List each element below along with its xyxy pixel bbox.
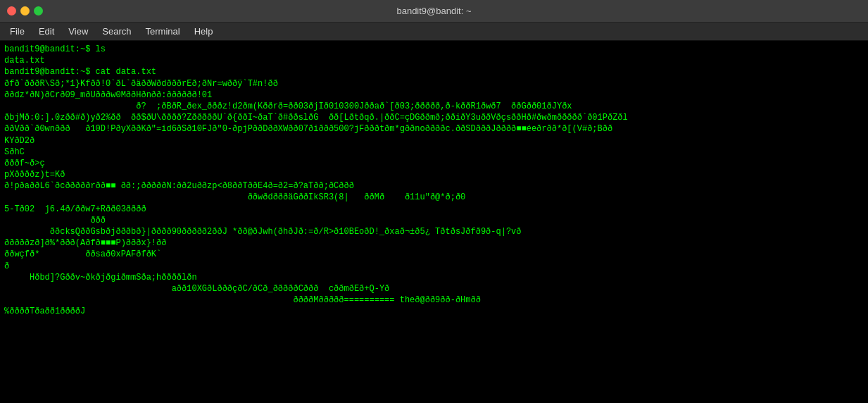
minimize-button[interactable] — [20, 6, 30, 16]
title-bar: bandit9@bandit: ~ — [0, 0, 868, 23]
menu-help[interactable]: Help — [187, 25, 220, 38]
terminal-output: bandit9@bandit:~$ ls data.txt bandit9@ba… — [4, 44, 864, 318]
terminal-window[interactable]: bandit9@bandit:~$ ls data.txt bandit9@ba… — [0, 41, 868, 403]
close-button[interactable] — [7, 6, 16, 16]
menu-file[interactable]: File — [3, 25, 32, 38]
menu-edit[interactable]: Edit — [32, 25, 61, 38]
menu-bar: File Edit View Search Terminal Help — [0, 23, 868, 41]
window-controls — [7, 6, 43, 16]
window-title: bandit9@bandit: ~ — [396, 6, 471, 16]
menu-view[interactable]: View — [61, 25, 95, 38]
menu-search[interactable]: Search — [95, 25, 138, 38]
menu-terminal[interactable]: Terminal — [139, 25, 187, 38]
maximize-button[interactable] — [34, 6, 43, 16]
